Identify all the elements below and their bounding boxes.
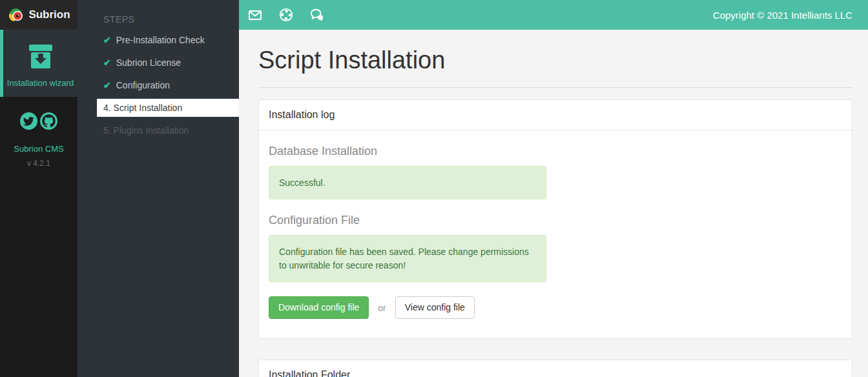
subrion-logo-icon: [7, 6, 24, 23]
check-icon: ✔: [103, 35, 111, 45]
twitter-icon[interactable]: [20, 112, 37, 130]
database-installation-heading: Database Installation: [269, 145, 842, 158]
configuration-success-alert: Configuration file has been saved. Pleas…: [269, 235, 546, 282]
brand-name: Subrion: [28, 8, 70, 21]
chat-icon[interactable]: [310, 8, 324, 22]
support-icon[interactable]: [279, 8, 293, 22]
page-title: Script Installation: [258, 46, 852, 74]
cms-version: v 4.2.1: [0, 159, 78, 168]
database-success-alert: Successful.: [269, 166, 546, 199]
mail-icon[interactable]: [248, 8, 262, 22]
card-header: Installation log: [259, 100, 852, 130]
cms-name: Subrion CMS: [0, 144, 78, 154]
page-content: Script Installation Installation log Dat…: [239, 30, 868, 377]
step-label: Subrion License: [116, 57, 181, 68]
check-icon: ✔: [103, 80, 111, 90]
sidebar-footer: Subrion CMS v 4.2.1: [0, 97, 78, 183]
installation-folder-card: Installation Folder: [258, 360, 852, 377]
steps-list: ✔ Pre-Installation Check ✔ Subrion Licen…: [97, 31, 239, 139]
step-plugins-installation: 5. Plugins Installation: [97, 121, 239, 139]
check-icon: ✔: [103, 57, 111, 68]
or-separator: or: [378, 303, 386, 313]
step-label: 4. Script Installation: [103, 103, 182, 113]
step-configuration[interactable]: ✔ Configuration: [97, 76, 239, 94]
sidebar-item-label: Installation wizard: [3, 78, 78, 88]
sidebar-item-installation-wizard[interactable]: Installation wizard: [0, 30, 78, 97]
main-area: Copyright © 2021 Intelliants LLC Script …: [239, 0, 868, 377]
steps-title: STEPS: [103, 14, 239, 25]
archive-download-icon: [26, 44, 55, 72]
title-divider: [258, 87, 852, 88]
brand-header[interactable]: Subrion: [0, 0, 78, 30]
config-actions: Download config file or View config file: [269, 296, 842, 320]
step-label: Configuration: [116, 80, 170, 90]
step-subrion-license[interactable]: ✔ Subrion License: [97, 54, 239, 72]
configuration-file-heading: Configuration File: [269, 214, 842, 227]
step-label: 5. Plugins Installation: [103, 125, 189, 136]
step-script-installation[interactable]: 4. Script Installation: [97, 99, 239, 117]
card-header: Installation Folder: [259, 360, 852, 377]
download-config-button[interactable]: Download config file: [269, 296, 369, 320]
topbar: Copyright © 2021 Intelliants LLC: [239, 0, 868, 30]
left-sidebar: Subrion Installation wizard: [0, 0, 78, 377]
steps-panel: STEPS ✔ Pre-Installation Check ✔ Subrion…: [78, 0, 239, 377]
github-icon[interactable]: [40, 112, 57, 130]
card-body: Database Installation Successful. Config…: [259, 130, 852, 338]
step-pre-installation-check[interactable]: ✔ Pre-Installation Check: [97, 31, 239, 49]
copyright-text: Copyright © 2021 Intelliants LLC: [713, 10, 852, 21]
view-config-button[interactable]: View config file: [395, 296, 475, 320]
step-label: Pre-Installation Check: [116, 35, 205, 45]
installation-log-card: Installation log Database Installation S…: [258, 99, 852, 339]
